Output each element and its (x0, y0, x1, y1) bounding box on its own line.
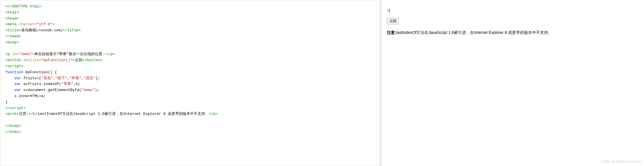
note-body: lastIndexOf方法在JavaScript 1.6被引进，在Interne… (396, 30, 552, 35)
code-line: <p><b>注意:</b>lastIndexOf方法在JavaScript 1.… (5, 111, 375, 117)
demo-output: -1 (387, 8, 639, 13)
code-line: var a=fruits.indexOf("苹果",4) (5, 81, 375, 87)
code-editor-panel: <<!DOCTYPE html> <html> <head> <meta cha… (0, 0, 380, 166)
code-line: </body> (5, 123, 375, 129)
code-line: <button onclick="myFunction()">点我</butto… (5, 57, 375, 63)
code-line (5, 117, 375, 123)
code-line: <meta charset="utf-8"> (5, 22, 375, 28)
code-line: <<!DOCTYPE html> (5, 4, 375, 10)
code-line: <html> (5, 10, 375, 16)
code-line: x.innerHTML=a; (5, 93, 375, 99)
code-line (5, 46, 375, 52)
code-line: var x=document.getElementById("demo"); (5, 87, 375, 93)
code-line: </script> (5, 105, 375, 111)
code-line: } (5, 99, 375, 105)
code-line: <head> (5, 16, 375, 22)
code-line: <p id="demo">单击按钮显示"苹果"最后一次出现的位置：</p> (5, 51, 375, 57)
code-line: <body> (5, 40, 375, 46)
run-button[interactable]: 点我 (387, 18, 399, 24)
code-line: var fruits=["香蕉","橙子","苹果","甜瓜"]; (5, 76, 375, 82)
output-panel: -1 点我 注意:lastIndexOf方法在JavaScript 1.6被引进… (382, 0, 644, 166)
code-line: </head> (5, 34, 375, 40)
code-line: function myFunction() { (5, 70, 375, 76)
code-line: </html> (5, 129, 375, 135)
note-bold: 注意: (387, 30, 396, 35)
code-line: <title>菜鸟教程(runoob.com)</title> (5, 28, 375, 34)
doctype: <!DOCTYPE html> (8, 4, 41, 9)
code-line: <script> (5, 63, 375, 70)
note-text: 注意:lastIndexOf方法在JavaScript 1.6被引进，在Inte… (387, 30, 639, 36)
